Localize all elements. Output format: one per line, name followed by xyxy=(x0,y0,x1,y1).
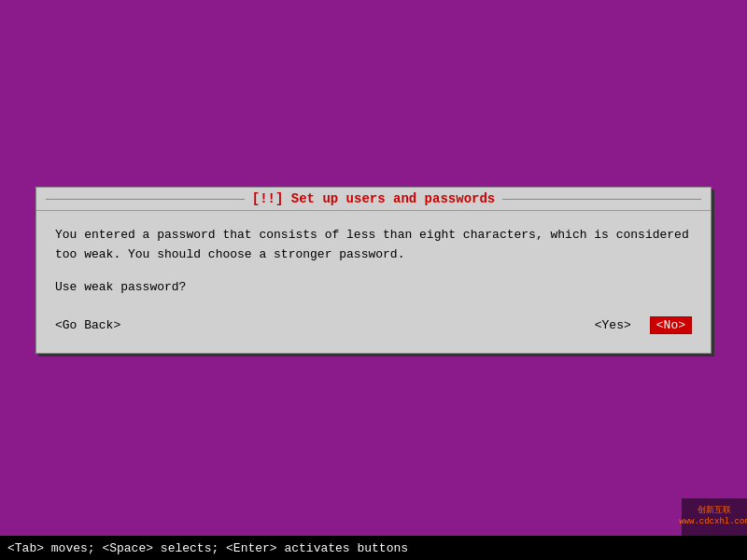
watermark: 创新互联 www.cdcxhl.com xyxy=(682,498,747,536)
dialog-titlebar: [!!] Set up users and passwords xyxy=(36,188,711,211)
go-back-button[interactable]: <Go Back> xyxy=(55,318,120,332)
right-buttons: <Yes> <No> xyxy=(595,316,692,334)
dialog: [!!] Set up users and passwords You ente… xyxy=(35,187,712,354)
dialog-title: [!!] Set up users and passwords xyxy=(252,191,495,206)
message-line1: You entered a password that consists of … xyxy=(55,228,689,242)
dialog-message: You entered a password that consists of … xyxy=(55,226,692,265)
no-button[interactable]: <No> xyxy=(650,316,692,334)
title-text: Set up users and passwords xyxy=(291,191,495,206)
status-text: <Tab> moves; <Space> selects; <Enter> ac… xyxy=(7,541,408,555)
title-brackets: [!!] xyxy=(252,191,284,206)
yes-button[interactable]: <Yes> xyxy=(595,318,631,332)
dialog-question: Use weak password? xyxy=(55,280,692,294)
dialog-body: You entered a password that consists of … xyxy=(36,211,711,353)
status-bar: <Tab> moves; <Space> selects; <Enter> ac… xyxy=(0,536,747,560)
message-line2: too weak. You should choose a stronger p… xyxy=(55,247,404,261)
title-line-left xyxy=(46,199,245,200)
title-line-right xyxy=(502,199,701,200)
dialog-buttons: <Go Back> <Yes> <No> xyxy=(55,313,692,338)
watermark-text: 创新互联 www.cdcxhl.com xyxy=(679,506,747,527)
desktop: [!!] Set up users and passwords You ente… xyxy=(0,0,747,560)
